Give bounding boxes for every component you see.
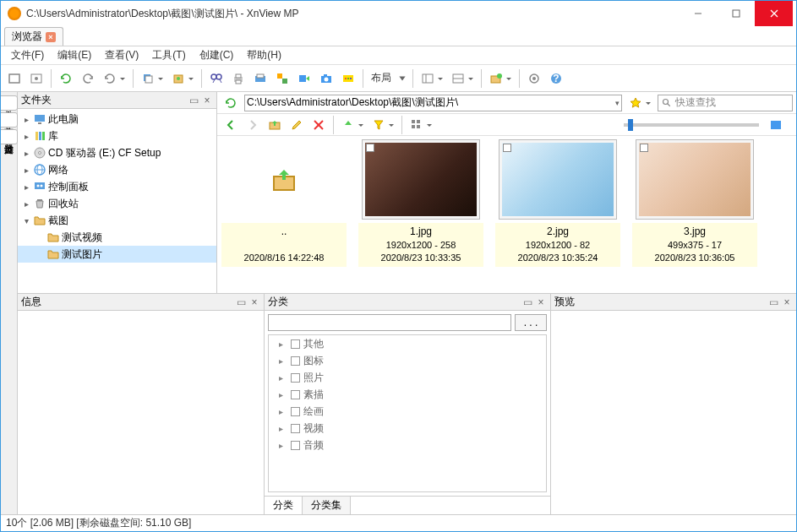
view-mode-icon[interactable] — [407, 115, 435, 135]
panel-close-icon[interactable]: × — [201, 95, 213, 106]
thumb-item[interactable]: 2.jpg1920x1200 - 822020/8/23 10:35:24 — [494, 139, 621, 267]
address-row: C:\Users\Administrator\Desktop\截图\测试图片\ … — [217, 92, 796, 114]
thumb-dims: 499x375 - 17 — [636, 239, 754, 252]
bin-icon — [33, 197, 46, 210]
refresh-icon[interactable] — [56, 68, 76, 89]
panel2-icon[interactable] — [448, 68, 477, 89]
minimize-button[interactable] — [679, 1, 717, 26]
panel-icon[interactable] — [418, 68, 446, 89]
filter-icon[interactable] — [368, 115, 397, 135]
category-item[interactable]: ▸其他 — [269, 335, 546, 352]
category-item[interactable]: ▸图标 — [269, 352, 546, 369]
thumb-checkbox[interactable] — [366, 144, 374, 152]
delete-icon[interactable] — [308, 115, 329, 135]
find-icon[interactable] — [206, 68, 227, 89]
favorite-icon[interactable] — [625, 93, 654, 113]
address-input[interactable]: C:\Users\Administrator\Desktop\截图\测试图片\ … — [244, 95, 622, 111]
menu-create[interactable]: 创建(C) — [193, 48, 241, 62]
fullscreen-icon[interactable] — [4, 68, 25, 89]
thumb-updir[interactable]: .. 2020/8/16 14:22:48 — [221, 139, 347, 267]
maximize-button[interactable] — [717, 1, 755, 26]
scan-icon[interactable] — [250, 68, 270, 89]
menu-file[interactable]: 文件(F) — [4, 48, 51, 62]
panel-float-icon[interactable]: ▭ — [235, 296, 247, 308]
newfolder-icon[interactable] — [486, 68, 515, 89]
category-checkbox[interactable] — [291, 424, 300, 433]
tree-node[interactable]: ▸控制面板 — [18, 178, 216, 195]
tree-node[interactable]: ▸库 — [18, 128, 216, 144]
category-checkbox[interactable] — [291, 373, 300, 383]
category-checkbox[interactable] — [291, 407, 300, 416]
print-icon[interactable] — [228, 68, 248, 89]
search-box[interactable]: 快速查找 — [658, 95, 793, 111]
sidetab-catfilter[interactable]: 分类过滤器 — [0, 129, 18, 144]
category-list[interactable]: ▸其他▸图标▸照片▸素描▸绘画▸视频▸音频 — [268, 334, 547, 492]
expand-icon[interactable] — [766, 115, 786, 135]
tree-node[interactable]: ▸网络 — [18, 161, 216, 178]
help-icon[interactable]: ? — [546, 68, 566, 89]
rotate-right-icon[interactable] — [100, 68, 128, 89]
tree-node[interactable]: 测试视频 — [18, 229, 216, 246]
panel-float-icon[interactable]: ▭ — [188, 95, 199, 106]
tree-node[interactable]: ▾截图 — [18, 212, 216, 229]
tab-close-button[interactable]: × — [46, 32, 56, 42]
thumbnail-size-slider[interactable] — [624, 123, 759, 127]
reload-icon[interactable] — [221, 93, 241, 113]
menu-edit[interactable]: 编辑(E) — [51, 48, 98, 62]
edit-icon[interactable] — [287, 115, 307, 135]
transform-icon[interactable] — [272, 68, 292, 89]
category-item[interactable]: ▸绘画 — [269, 403, 546, 420]
rotate-left-icon[interactable] — [78, 68, 98, 89]
category-item[interactable]: ▸视频 — [269, 420, 546, 437]
thumb-checkbox[interactable] — [640, 144, 648, 152]
category-item[interactable]: ▸素描 — [269, 386, 546, 403]
back-icon[interactable] — [221, 115, 241, 135]
sort-asc-icon[interactable] — [338, 115, 367, 135]
thumb-item[interactable]: 3.jpg499x375 - 172020/8/23 10:36:05 — [631, 139, 758, 267]
folder-tree[interactable]: ▸此电脑▸库▸CD 驱动器 (E:) CF Setup▸网络▸控制面板▸回收站▾… — [18, 109, 216, 293]
category-checkbox[interactable] — [291, 339, 300, 349]
tree-node[interactable]: ▸CD 驱动器 (E:) CF Setup — [18, 144, 216, 161]
paste-icon[interactable] — [168, 68, 197, 89]
tree-node[interactable]: ▸回收站 — [18, 195, 216, 212]
category-checkbox[interactable] — [291, 356, 300, 366]
tab-categories[interactable]: 分类 — [265, 497, 303, 514]
panel-close-icon[interactable]: × — [248, 296, 260, 308]
sidetab-favorites[interactable]: 收藏夹 — [0, 112, 18, 128]
menu-tools[interactable]: 工具(T) — [145, 48, 192, 62]
menu-help[interactable]: 帮助(H) — [240, 48, 288, 62]
palette-icon[interactable] — [338, 68, 358, 89]
category-item[interactable]: ▸音频 — [269, 437, 546, 453]
category-checkbox[interactable] — [291, 441, 300, 450]
panel-close-icon[interactable]: × — [535, 296, 547, 308]
nav-row — [217, 114, 796, 136]
category-checkbox[interactable] — [291, 390, 300, 399]
category-filter-input[interactable] — [268, 314, 511, 331]
fit-icon[interactable] — [26, 68, 46, 89]
thumb-item[interactable]: 1.jpg1920x1200 - 2582020/8/23 10:33:35 — [358, 139, 484, 267]
thumbnail-area[interactable]: .. 2020/8/16 14:22:481.jpg1920x1200 - 25… — [217, 136, 796, 293]
tree-node[interactable]: ▸此电脑 — [18, 111, 216, 128]
category-filter-button[interactable]: . . . — [515, 314, 547, 331]
tab-category-sets[interactable]: 分类集 — [303, 497, 351, 514]
settings-icon[interactable] — [524, 68, 544, 89]
panel-float-icon[interactable]: ▭ — [521, 296, 533, 308]
camera-icon[interactable] — [316, 68, 336, 89]
chevron-down-icon[interactable]: ▾ — [615, 99, 620, 107]
category-item[interactable]: ▸照片 — [269, 369, 546, 386]
menu-view[interactable]: 查看(V) — [98, 48, 145, 62]
svg-rect-4 — [9, 74, 19, 83]
tree-node[interactable]: 测试图片 — [18, 246, 216, 263]
thumb-checkbox[interactable] — [503, 144, 511, 152]
close-button[interactable] — [755, 1, 793, 26]
convert-icon[interactable] — [294, 68, 314, 89]
copy-icon[interactable] — [138, 68, 166, 89]
panel-close-icon[interactable]: × — [781, 296, 793, 308]
sidetab-folders[interactable]: 文件夹 — [0, 95, 18, 111]
up-folder-icon[interactable] — [265, 115, 285, 135]
layout-dropdown[interactable] — [396, 68, 408, 89]
category-label: 照片 — [303, 371, 324, 385]
forward-icon[interactable] — [243, 115, 263, 135]
panel-float-icon[interactable]: ▭ — [767, 296, 779, 308]
tab-browser[interactable]: 浏览器 × — [4, 27, 63, 46]
